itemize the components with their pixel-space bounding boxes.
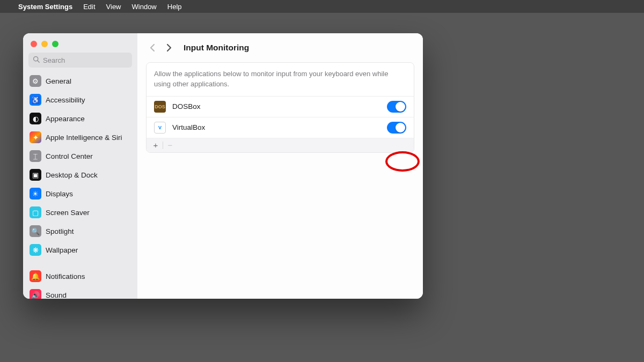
close-button[interactable]: [31, 41, 37, 47]
sidebar: Search ⚙General♿Accessibility◐Appearance…: [23, 33, 137, 299]
sidebar-item-label: Desktop & Dock: [46, 171, 98, 179]
content-header: Input Monitoring: [137, 33, 423, 62]
settings-window: Search ⚙General♿Accessibility◐Appearance…: [23, 33, 423, 299]
sound-icon: 🔊: [30, 289, 41, 299]
app-row-dosbox: DOSDOSBox: [147, 97, 414, 117]
dosbox-toggle[interactable]: [387, 101, 406, 113]
sidebar-item-label: Screen Saver: [46, 209, 90, 217]
menubar-app-name[interactable]: System Settings: [18, 3, 72, 11]
add-app-button[interactable]: +: [150, 140, 162, 151]
virtualbox-toggle[interactable]: [387, 122, 406, 134]
svg-line-1: [38, 61, 39, 62]
accessibility-icon: ♿: [30, 94, 41, 106]
menubar-view[interactable]: View: [106, 3, 121, 11]
menubar-help[interactable]: Help: [167, 3, 182, 11]
sidebar-item-desktop-dock[interactable]: ▣Desktop & Dock: [26, 166, 134, 184]
sidebar-item-label: Wallpaper: [46, 246, 78, 254]
desktop-dock-icon: ▣: [30, 169, 41, 181]
notifications-icon: 🔔: [30, 270, 41, 282]
page-title: Input Monitoring: [184, 43, 249, 53]
sidebar-item-label: Spotlight: [46, 227, 74, 235]
search-input[interactable]: Search: [28, 53, 132, 68]
sidebar-list: ⚙General♿Accessibility◐Appearance✦Apple …: [23, 72, 137, 299]
footer-divider: [163, 142, 163, 149]
sidebar-item-displays[interactable]: ☀Displays: [26, 184, 134, 203]
virtualbox-app-icon: V: [154, 122, 166, 134]
zoom-button[interactable]: [52, 41, 58, 47]
search-icon: [33, 56, 40, 64]
sidebar-item-label: Apple Intelligence & Siri: [46, 134, 122, 142]
sidebar-item-appearance[interactable]: ◐Appearance: [26, 109, 134, 128]
sidebar-item-label: Appearance: [46, 115, 85, 123]
menubar-edit[interactable]: Edit: [83, 3, 95, 11]
sidebar-item-accessibility[interactable]: ♿Accessibility: [26, 91, 134, 109]
window-controls: [23, 39, 137, 53]
app-label: DOSBox: [172, 102, 380, 110]
menubar-window[interactable]: Window: [132, 3, 157, 11]
control-center-icon: ⌶: [30, 150, 41, 162]
sidebar-item-label: Notifications: [46, 272, 85, 280]
sidebar-item-label: Displays: [46, 190, 73, 198]
sidebar-item-label: General: [46, 77, 71, 85]
wallpaper-icon: ❋: [30, 244, 41, 256]
screen-saver-icon: ▢: [30, 206, 41, 218]
content-pane: Input Monitoring Allow the applications …: [137, 33, 423, 299]
panel-description: Allow the applications below to monitor …: [147, 63, 414, 97]
sidebar-item-screen-saver[interactable]: ▢Screen Saver: [26, 203, 134, 221]
minimize-button[interactable]: [41, 41, 48, 47]
sidebar-item-general[interactable]: ⚙General: [26, 72, 134, 90]
app-label: VirtualBox: [172, 123, 380, 131]
back-button[interactable]: [146, 42, 158, 54]
apple-intelligence-siri-icon: ✦: [30, 131, 41, 143]
search-placeholder: Search: [43, 56, 65, 64]
sidebar-item-label: Control Center: [46, 152, 93, 160]
remove-app-button[interactable]: −: [164, 140, 176, 151]
dosbox-app-icon: DOS: [154, 101, 166, 113]
sidebar-item-notifications[interactable]: 🔔Notifications: [26, 267, 134, 285]
appearance-icon: ◐: [30, 113, 41, 124]
spotlight-icon: 🔍: [30, 225, 41, 237]
displays-icon: ☀: [30, 188, 41, 200]
general-icon: ⚙: [30, 75, 41, 87]
sidebar-item-control-center[interactable]: ⌶Control Center: [26, 147, 134, 165]
sidebar-item-spotlight[interactable]: 🔍Spotlight: [26, 222, 134, 240]
forward-button[interactable]: [163, 42, 175, 54]
panel-footer: + −: [147, 138, 414, 152]
input-monitoring-panel: Allow the applications below to monitor …: [146, 62, 414, 153]
sidebar-item-wallpaper[interactable]: ❋Wallpaper: [26, 241, 134, 259]
sidebar-item-apple-intelligence-siri[interactable]: ✦Apple Intelligence & Siri: [26, 128, 134, 146]
app-row-virtualbox: VVirtualBox: [147, 117, 414, 138]
menubar: System Settings Edit View Window Help: [0, 0, 644, 13]
sidebar-item-label: Accessibility: [46, 96, 85, 104]
sidebar-item-label: Sound: [46, 291, 67, 299]
sidebar-item-sound[interactable]: 🔊Sound: [26, 286, 134, 299]
